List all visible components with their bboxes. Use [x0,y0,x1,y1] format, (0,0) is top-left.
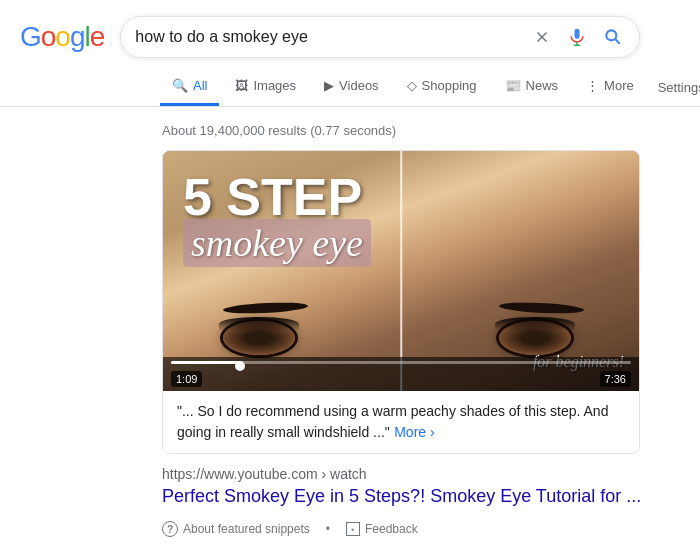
logo-letter-e: e [90,21,105,53]
tab-videos[interactable]: ▶ Videos [312,68,391,106]
info-icon: ? [162,521,178,537]
logo-letter-g2: g [70,21,85,53]
feedback-item[interactable]: ▪ Feedback [346,522,418,536]
logo-letter-g: G [20,21,41,53]
all-tab-icon: 🔍 [172,78,188,93]
search-bar[interactable] [120,16,640,58]
video-time-row: 1:09 7:36 [171,371,631,387]
logo-letter-o1: o [41,21,56,53]
tab-all[interactable]: 🔍 All [160,68,219,106]
svg-line-6 [615,39,620,44]
smokey-eye-text: smokey eye [183,219,371,267]
logo-letter-o2: o [55,21,70,53]
tab-more-label: More [604,78,634,93]
feedback-icon: ▪ [346,522,360,536]
search-button[interactable] [601,25,625,49]
tab-news[interactable]: 📰 News [493,68,571,106]
tab-shopping-label: Shopping [422,78,477,93]
clear-search-button[interactable] [531,26,553,48]
progress-bar-fill [171,361,240,364]
results-count: About 19,400,000 results (0.77 seconds) [162,115,680,150]
about-featured-snippets-label: About featured snippets [183,522,310,536]
dot-separator: • [326,522,330,536]
tab-images[interactable]: 🖼 Images [223,68,308,106]
snippet-quote: "... So I do recommend using a warm peac… [177,403,608,440]
video-thumbnail[interactable]: 5 STEP smokey eye for beginners! 1:09 7:… [163,151,639,391]
search-input[interactable] [135,28,521,46]
nav-settings: Settings Tools [650,70,700,105]
tab-more[interactable]: ⋮ More [574,68,646,106]
tab-news-label: News [526,78,559,93]
video-title-overlay: 5 STEP smokey eye [183,171,619,267]
google-logo[interactable]: Google [20,21,104,53]
tab-all-label: All [193,78,207,93]
more-tab-icon: ⋮ [586,78,599,93]
search-bar-icons [531,25,625,49]
results-area: About 19,400,000 results (0.77 seconds) [0,107,700,554]
five-step-text: 5 STEP [183,171,619,223]
tab-images-label: Images [253,78,296,93]
voice-search-button[interactable] [565,25,589,49]
header: Google [0,0,700,68]
right-eye-area [499,303,584,331]
source-url: https://www.youtube.com › watch [162,466,680,484]
left-eyebrow [223,300,308,316]
progress-indicator [235,361,245,371]
result-title-link[interactable]: Perfect Smokey Eye in 5 Steps?! Smokey E… [162,484,680,509]
snippet-text-area: "... So I do recommend using a warm peac… [163,391,639,453]
svg-rect-2 [575,29,580,39]
tab-videos-label: Videos [339,78,379,93]
nav-tabs: 🔍 All 🖼 Images ▶ Videos ◇ Shopping 📰 New… [0,68,700,107]
featured-info-row: ? About featured snippets • ▪ Feedback [162,513,680,541]
right-eyebrow [499,300,584,316]
about-featured-snippets[interactable]: ? About featured snippets [162,521,310,537]
video-duration: 7:36 [600,371,631,387]
images-tab-icon: 🖼 [235,78,248,93]
svg-point-5 [607,30,617,40]
right-lashes [495,317,575,331]
settings-link[interactable]: Settings [650,70,700,105]
featured-snippet-card: 5 STEP smokey eye for beginners! 1:09 7:… [162,150,640,454]
tab-shopping[interactable]: ◇ Shopping [395,68,489,106]
feedback-label: Feedback [365,522,418,536]
news-tab-icon: 📰 [505,78,521,93]
left-eye-area [223,303,308,331]
videos-tab-icon: ▶ [324,78,334,93]
current-time: 1:09 [171,371,202,387]
video-controls[interactable]: 1:09 7:36 [163,357,639,391]
shopping-tab-icon: ◇ [407,78,417,93]
left-lashes [219,317,299,331]
snippet-more-link[interactable]: More [394,424,434,440]
